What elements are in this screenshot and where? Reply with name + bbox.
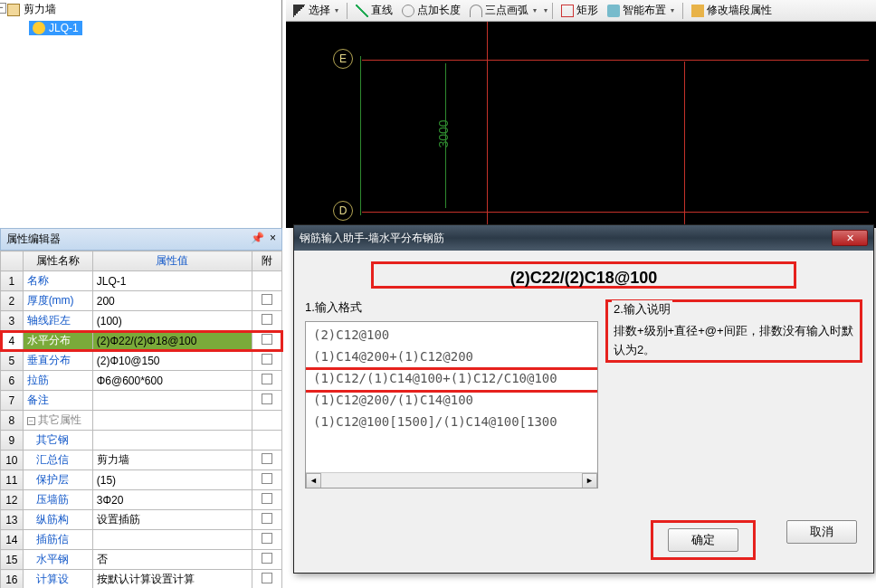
property-name: 汇总信	[23, 450, 92, 470]
format-column: 1.输入格式 (2)C12@100(1)C14@200+(1)C12@200(1…	[305, 299, 598, 488]
property-checkbox-cell[interactable]	[252, 431, 281, 450]
ok-button[interactable]: 确定	[668, 528, 738, 552]
property-row[interactable]: 5垂直分布(2)Φ10@150	[1, 351, 282, 371]
property-row[interactable]: 14 插筋信	[1, 530, 282, 550]
close-button[interactable]: ✕	[832, 230, 868, 246]
rect-button[interactable]: 矩形	[557, 1, 602, 20]
property-value[interactable]: 按默认计算设置计算	[92, 570, 252, 589]
property-value[interactable]	[92, 411, 252, 431]
property-checkbox-cell[interactable]	[252, 510, 281, 530]
property-value[interactable]: Φ6@600*600	[92, 371, 252, 391]
property-row[interactable]: 3轴线距左(100)	[1, 311, 282, 331]
format-list[interactable]: (2)C12@100(1)C14@200+(1)C12@200(1)C12/(1…	[305, 321, 598, 488]
pin-icon[interactable]: 📌	[251, 232, 264, 247]
property-row[interactable]: 8−其它属性	[1, 411, 282, 431]
property-checkbox-cell[interactable]	[252, 391, 281, 411]
property-name: 插筋信	[23, 530, 92, 550]
property-value[interactable]	[92, 391, 252, 411]
scroll-left-button[interactable]: ◄	[306, 473, 321, 488]
chevron-down-icon[interactable]: ▾	[544, 6, 548, 14]
checkbox-icon[interactable]	[262, 573, 272, 583]
tree-root-item[interactable]: 剪力墙	[4, 0, 281, 19]
property-value[interactable]	[92, 431, 252, 450]
property-checkbox-cell[interactable]	[252, 331, 281, 351]
property-checkbox-cell[interactable]	[252, 311, 281, 331]
smart-button[interactable]: 智能布置▾	[604, 1, 678, 20]
checkbox-icon[interactable]	[262, 513, 272, 524]
property-value[interactable]: 否	[92, 550, 252, 570]
drawing-canvas[interactable]: E D 3000	[286, 22, 876, 228]
property-row[interactable]: 15 水平钢否	[1, 550, 282, 570]
checkbox-icon[interactable]	[262, 374, 272, 384]
format-item[interactable]: (1)C12@100[1500]/(1)C14@100[1300	[308, 411, 595, 432]
property-row[interactable]: 11 保护层(15)	[1, 470, 282, 490]
checkbox-icon[interactable]	[262, 533, 272, 544]
property-value[interactable]: (15)	[92, 470, 252, 490]
checkbox-icon[interactable]	[262, 294, 272, 305]
property-checkbox-cell[interactable]	[252, 351, 281, 371]
property-row[interactable]: 6拉筋Φ6@600*600	[1, 371, 282, 391]
scrollbar-horizontal[interactable]: ◄ ►	[306, 472, 597, 488]
checkbox-icon[interactable]	[262, 553, 272, 564]
addlength-button[interactable]: 点加长度	[398, 1, 464, 20]
property-checkbox-cell[interactable]	[252, 271, 281, 291]
close-icon[interactable]: ×	[270, 232, 276, 247]
property-checkbox-cell[interactable]	[252, 530, 281, 550]
property-value[interactable]: 设置插筋	[92, 510, 252, 530]
row-number: 3	[1, 311, 24, 331]
property-row[interactable]: 10 汇总信剪力墙	[1, 450, 282, 470]
format-item[interactable]: (1)C12/(1)C14@100+(1)C12/C10@100	[308, 367, 595, 389]
property-checkbox-cell[interactable]	[252, 470, 281, 490]
property-checkbox-cell[interactable]	[252, 371, 281, 391]
property-row[interactable]: 16 计算设按默认计算设置计算	[1, 570, 282, 589]
property-value[interactable]: 3Φ20	[92, 490, 252, 510]
checkbox-icon[interactable]	[262, 314, 272, 325]
tree-child-item[interactable]: JLQ-1	[29, 21, 82, 35]
dialog-title: 钢筋输入助手-墙水平分布钢筋	[300, 231, 444, 246]
format-item[interactable]: (1)C14@200+(1)C12@200	[308, 346, 595, 367]
property-checkbox-cell[interactable]	[252, 450, 281, 470]
property-value[interactable]: 剪力墙	[92, 450, 252, 470]
property-row[interactable]: 1名称JLQ-1	[1, 271, 282, 291]
checkbox-icon[interactable]	[262, 453, 272, 464]
collapse-icon[interactable]: −	[27, 417, 35, 425]
select-button[interactable]: 选择▾	[290, 1, 342, 20]
property-row[interactable]: 9 其它钢	[1, 431, 282, 450]
checkbox-icon[interactable]	[262, 473, 272, 484]
description-box: 2.输入说明 排数+级别+直径+@+间距，排数没有输入时默认为2。	[605, 299, 862, 363]
property-name: 保护层	[23, 470, 92, 490]
property-table: 属性名称 属性值 附 1名称JLQ-12厚度(mm)2003轴线距左(100)4…	[0, 251, 282, 588]
property-value[interactable]: 200	[92, 291, 252, 311]
scroll-track[interactable]	[321, 473, 582, 488]
property-row[interactable]: 4水平分布(2)Φ22/(2)Φ18@100	[1, 331, 282, 351]
checkbox-icon[interactable]	[262, 493, 272, 504]
property-row[interactable]: 7备注	[1, 391, 282, 411]
checkbox-icon[interactable]	[262, 394, 272, 404]
checkbox-icon[interactable]	[262, 354, 272, 365]
property-name: 垂直分布	[23, 351, 92, 371]
line-button[interactable]: 直线	[352, 1, 396, 20]
format-item[interactable]: (2)C12@100	[308, 324, 595, 346]
property-row[interactable]: 13 纵筋构设置插筋	[1, 510, 282, 530]
format-item[interactable]: (1)C12@200/(1)C14@100	[308, 389, 595, 411]
checkbox-icon[interactable]	[262, 334, 272, 345]
property-value[interactable]: (100)	[92, 311, 252, 331]
property-row[interactable]: 2厚度(mm)200	[1, 291, 282, 311]
property-value[interactable]: (2)Φ22/(2)Φ18@100	[92, 331, 252, 351]
property-checkbox-cell[interactable]	[252, 550, 281, 570]
property-checkbox-cell[interactable]	[252, 490, 281, 510]
property-value[interactable]	[92, 530, 252, 550]
dialog-titlebar[interactable]: 钢筋输入助手-墙水平分布钢筋 ✕	[294, 225, 873, 251]
section-label-format: 1.输入格式	[305, 299, 598, 316]
cancel-button[interactable]: 取消	[786, 520, 857, 544]
scroll-right-button[interactable]: ►	[582, 473, 597, 488]
arc3-button[interactable]: 三点画弧▾	[466, 1, 540, 20]
property-value[interactable]: JLQ-1	[92, 271, 252, 291]
property-checkbox-cell[interactable]	[252, 570, 281, 589]
property-row[interactable]: 12 压墙筋3Φ20	[1, 490, 282, 510]
description-text: 排数+级别+直径+@+间距，排数没有输入时默认为2。	[614, 322, 854, 360]
property-checkbox-cell[interactable]	[252, 291, 281, 311]
property-value[interactable]: (2)Φ10@150	[92, 351, 252, 371]
property-checkbox-cell[interactable]	[252, 411, 281, 431]
modify-button[interactable]: 修改墙段属性	[688, 1, 776, 20]
